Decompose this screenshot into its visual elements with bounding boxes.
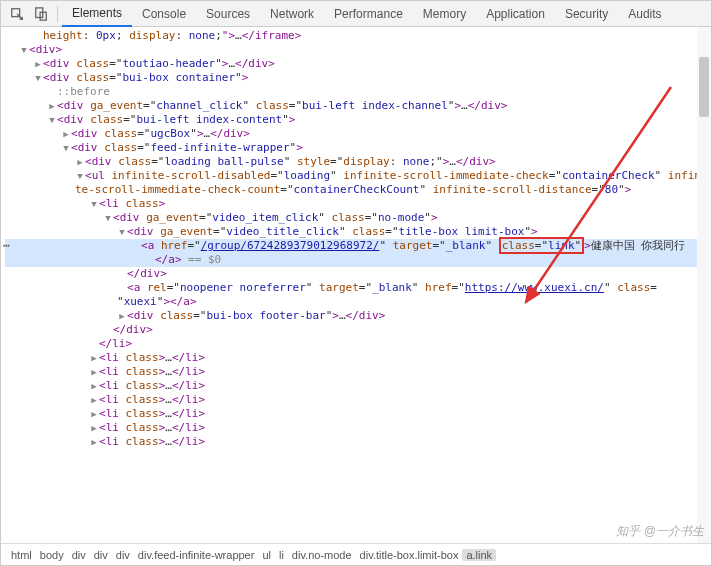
toolbar-divider [57, 6, 58, 22]
inspect-icon[interactable] [5, 2, 29, 26]
tab-memory[interactable]: Memory [413, 1, 476, 27]
expand-icon[interactable] [103, 211, 113, 225]
tab-elements[interactable]: Elements [62, 1, 132, 27]
expand-icon[interactable] [75, 155, 85, 169]
tab-application[interactable]: Application [476, 1, 555, 27]
dom-line[interactable]: <li class>…</li> [5, 365, 711, 379]
tab-sources[interactable]: Sources [196, 1, 260, 27]
devtools-toolbar: Elements Console Sources Network Perform… [1, 1, 711, 27]
expand-icon[interactable] [89, 351, 99, 365]
tab-console[interactable]: Console [132, 1, 196, 27]
expand-icon[interactable] [117, 225, 127, 239]
dom-line[interactable]: <div class="feed-infinite-wrapper"> [5, 141, 711, 155]
expand-icon[interactable] [47, 113, 57, 127]
crumb-li[interactable]: li [275, 549, 288, 561]
expand-icon[interactable] [89, 197, 99, 211]
dom-line[interactable]: <div class="toutiao-header">…</div> [5, 57, 711, 71]
expand-icon[interactable] [89, 365, 99, 379]
dom-line[interactable]: <li class>…</li> [5, 379, 711, 393]
expand-icon[interactable] [89, 421, 99, 435]
crumb-body[interactable]: body [36, 549, 68, 561]
dom-line[interactable]: <a rel="noopener noreferrer" target="_bl… [5, 281, 711, 309]
dom-line[interactable]: <li class>…</li> [5, 407, 711, 421]
dom-line-selected[interactable]: </a> == $0 [5, 253, 711, 267]
dom-line[interactable]: <div class="loading ball-pulse" style="d… [5, 155, 711, 169]
gutter-dots-icon: ⋯ [3, 239, 11, 253]
tab-performance[interactable]: Performance [324, 1, 413, 27]
dom-line[interactable]: <li class>…</li> [5, 351, 711, 365]
expand-icon[interactable] [33, 71, 43, 85]
dom-line[interactable]: <div class="bui-box container"> [5, 71, 711, 85]
crumb-div[interactable]: div [68, 549, 90, 561]
elements-tree[interactable]: height: 0px; display: none;">…</iframe> … [1, 27, 711, 543]
crumb-nomode[interactable]: div.no-mode [288, 549, 356, 561]
expand-icon[interactable] [33, 57, 43, 71]
dom-line[interactable]: height: 0px; display: none;">…</iframe> [5, 29, 711, 43]
dom-line[interactable]: </div> [5, 267, 711, 281]
expand-icon[interactable] [61, 141, 71, 155]
dom-line[interactable]: </li> [5, 337, 711, 351]
dom-line[interactable]: <li class>…</li> [5, 435, 711, 449]
crumb-html[interactable]: html [7, 549, 36, 561]
tab-network[interactable]: Network [260, 1, 324, 27]
tab-audits[interactable]: Audits [618, 1, 671, 27]
expand-icon[interactable] [47, 99, 57, 113]
crumb-alink[interactable]: a.link [462, 549, 496, 561]
expand-icon[interactable] [117, 309, 127, 323]
dom-line[interactable]: <div class="bui-left index-content"> [5, 113, 711, 127]
breadcrumb[interactable]: html body div div div div.feed-infinite-… [1, 543, 711, 565]
dom-line[interactable]: <li class>…</li> [5, 393, 711, 407]
crumb-titlebox[interactable]: div.title-box.limit-box [356, 549, 463, 561]
expand-icon[interactable] [61, 127, 71, 141]
dom-line[interactable]: <div class="ugcBox">…</div> [5, 127, 711, 141]
dom-line-selected[interactable]: ⋯<a href="/group/6724289379012968972/" t… [5, 239, 711, 253]
dom-line[interactable]: <div class="bui-box footer-bar">…</div> [5, 309, 711, 323]
expand-icon[interactable] [89, 435, 99, 449]
tab-security[interactable]: Security [555, 1, 618, 27]
dom-line[interactable]: <ul infinite-scroll-disabled="loading" i… [5, 169, 711, 197]
dom-line[interactable]: ::before [5, 85, 711, 99]
dom-line[interactable]: <div ga_event="channel_click" class="bui… [5, 99, 711, 113]
scroll-thumb[interactable] [699, 57, 709, 117]
crumb-div[interactable]: div [90, 549, 112, 561]
crumb-ul[interactable]: ul [258, 549, 275, 561]
href-link[interactable]: /group/6724289379012968972/ [201, 239, 380, 252]
dom-line[interactable]: <div ga_event="video_title_click" class=… [5, 225, 711, 239]
expand-icon[interactable] [89, 379, 99, 393]
dom-line[interactable]: <li class> [5, 197, 711, 211]
vertical-scrollbar[interactable] [697, 27, 711, 543]
highlighted-class-attr: class="link" [499, 237, 585, 254]
crumb-div[interactable]: div [112, 549, 134, 561]
dom-line[interactable]: </div> [5, 323, 711, 337]
expand-icon[interactable] [19, 43, 29, 57]
dom-line[interactable]: <div> [5, 43, 711, 57]
dom-line[interactable]: <li class>…</li> [5, 421, 711, 435]
dom-line[interactable]: <div ga_event="video_item_click" class="… [5, 211, 711, 225]
device-toggle-icon[interactable] [29, 2, 53, 26]
expand-icon[interactable] [75, 169, 85, 183]
href-link[interactable]: https://www.xuexi.cn/ [465, 281, 604, 294]
expand-icon[interactable] [89, 393, 99, 407]
devtools-tabs: Elements Console Sources Network Perform… [62, 1, 672, 27]
crumb-wrapper[interactable]: div.feed-infinite-wrapper [134, 549, 259, 561]
expand-icon[interactable] [89, 407, 99, 421]
